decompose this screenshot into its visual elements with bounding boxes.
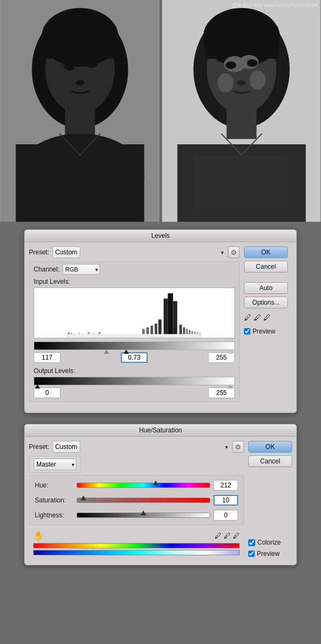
hue-channel-wrapper: Master xyxy=(34,459,77,470)
input-black-value[interactable] xyxy=(34,352,60,363)
channel-select[interactable]: RGB xyxy=(63,264,100,275)
image-before xyxy=(0,0,159,222)
svg-rect-35 xyxy=(98,332,101,334)
sat-thumb[interactable] xyxy=(81,495,86,500)
hue-sat-right-panel: OK Cancel Colorize Preview xyxy=(248,441,292,557)
hue-channel-select[interactable]: Master xyxy=(34,459,77,470)
saturation-row: Saturation: xyxy=(35,495,238,506)
hue-sat-title: Hue/Saturation xyxy=(25,424,296,437)
preset-label: Preset: xyxy=(29,249,49,256)
svg-point-18 xyxy=(226,61,236,69)
svg-rect-49 xyxy=(194,331,196,334)
svg-point-21 xyxy=(250,71,266,90)
cancel-button[interactable]: Cancel xyxy=(244,261,288,273)
hue-preset-label: Preset: xyxy=(29,443,49,451)
hue-preview-checkbox[interactable] xyxy=(248,550,255,557)
preset-select[interactable]: Custom xyxy=(52,246,80,258)
level-inputs xyxy=(34,352,235,363)
auto-button[interactable]: Auto xyxy=(244,282,288,294)
svg-rect-45 xyxy=(183,327,185,334)
input-black-slider[interactable] xyxy=(124,350,129,354)
svg-rect-29 xyxy=(71,333,73,334)
svg-rect-32 xyxy=(82,333,83,334)
input-mid-value[interactable] xyxy=(121,352,148,363)
input-white-value[interactable] xyxy=(208,352,235,363)
hue-track xyxy=(77,483,210,488)
hue-preset-select[interactable]: Custom xyxy=(52,441,80,453)
hue-preview-label: Preview xyxy=(257,550,280,557)
ok-button[interactable]: OK xyxy=(244,246,288,258)
eyedropper-black-icon[interactable]: 🖊 xyxy=(244,313,251,322)
output-white-value[interactable] xyxy=(208,387,235,398)
gear-button[interactable]: ⚙ xyxy=(228,246,240,258)
hue-gear-button[interactable]: ⚙ xyxy=(232,441,244,453)
sat-track xyxy=(77,498,210,503)
svg-rect-43 xyxy=(142,329,145,334)
svg-rect-46 xyxy=(186,329,188,334)
svg-rect-48 xyxy=(192,331,193,334)
hue-cancel-button[interactable]: Cancel xyxy=(248,455,292,467)
svg-point-6 xyxy=(87,60,97,68)
image-after: 思路设计论坛 www.MISSYUAN.COM xyxy=(162,0,321,222)
input-white-slider[interactable] xyxy=(228,350,233,354)
svg-point-20 xyxy=(218,73,234,92)
levels-title: Levels xyxy=(25,230,296,242)
hue-slider[interactable] xyxy=(77,481,210,490)
lightness-row: Lightness: xyxy=(35,510,238,521)
image-area: 思路设计论坛 www.MISSYUAN.COM xyxy=(0,0,321,222)
svg-rect-15 xyxy=(205,27,278,59)
bottom-tools: ✋ 🖊 🖊 🖊 xyxy=(29,529,244,542)
hue-value[interactable] xyxy=(213,480,238,491)
saturation-slider[interactable] xyxy=(77,496,210,505)
svg-rect-25 xyxy=(195,155,288,208)
levels-right-panel: OK Cancel Auto Options... 🖊 🖊 🖊 Preview xyxy=(244,246,292,405)
watermark: 思路设计论坛 www.MISSYUAN.COM xyxy=(232,2,318,9)
svg-rect-4 xyxy=(44,27,117,59)
lightness-value[interactable] xyxy=(213,510,238,521)
lightness-slider[interactable] xyxy=(77,511,210,519)
output-black-slider[interactable] xyxy=(35,384,40,389)
svg-rect-39 xyxy=(158,320,162,334)
svg-rect-23 xyxy=(227,107,257,139)
hue-label: Hue: xyxy=(35,482,73,489)
eyedropper-gray-icon[interactable]: 🖊 xyxy=(254,313,261,322)
preview-row: Preview xyxy=(244,328,292,335)
hue-ok-button[interactable]: OK xyxy=(248,441,292,453)
light-thumb[interactable] xyxy=(141,510,146,515)
hand-tool-icon[interactable]: ✋ xyxy=(33,531,44,541)
preview-checkbox[interactable] xyxy=(244,328,250,335)
svg-rect-36 xyxy=(164,299,168,335)
eyedropper-row: 🖊 🖊 🖊 xyxy=(244,313,292,322)
svg-rect-30 xyxy=(74,333,75,334)
hue-thumb[interactable] xyxy=(153,480,158,485)
svg-rect-27 xyxy=(67,334,202,338)
levels-dialog: Levels Preset: Custom ⚙ Channel: xyxy=(24,229,297,413)
input-slider-track[interactable] xyxy=(34,342,235,350)
hsl-sliders-box: Hue: Saturation: xyxy=(29,475,244,525)
svg-rect-41 xyxy=(150,325,153,334)
eyedropper1-icon[interactable]: 🖊 xyxy=(215,532,221,540)
output-black-value[interactable] xyxy=(34,387,60,398)
preview-label: Preview xyxy=(253,328,276,335)
svg-point-7 xyxy=(76,80,85,86)
color-bar-top xyxy=(33,543,240,548)
eyedropper-white-icon[interactable]: 🖊 xyxy=(263,313,271,322)
colorize-checkbox[interactable] xyxy=(248,539,255,546)
eyedropper3-icon[interactable]: 🖊 xyxy=(233,532,240,540)
svg-rect-28 xyxy=(68,332,70,334)
svg-point-19 xyxy=(247,59,258,67)
channel-label: Channel: xyxy=(34,266,59,273)
saturation-value[interactable] xyxy=(213,495,238,506)
lightness-label: Lightness: xyxy=(35,511,73,519)
svg-rect-51 xyxy=(199,332,201,334)
output-gradient[interactable] xyxy=(34,377,235,385)
hue-preset-wrapper: Custom xyxy=(52,441,230,453)
eyedropper2-icon[interactable]: 🖊 xyxy=(224,532,231,540)
output-levels-label: Output Levels: xyxy=(34,367,235,375)
svg-rect-38 xyxy=(173,301,177,334)
input-mid-slider[interactable] xyxy=(104,350,109,354)
svg-rect-50 xyxy=(196,332,198,334)
svg-rect-40 xyxy=(155,324,157,335)
output-white-slider[interactable] xyxy=(227,384,233,389)
options-button[interactable]: Options... xyxy=(244,297,288,308)
